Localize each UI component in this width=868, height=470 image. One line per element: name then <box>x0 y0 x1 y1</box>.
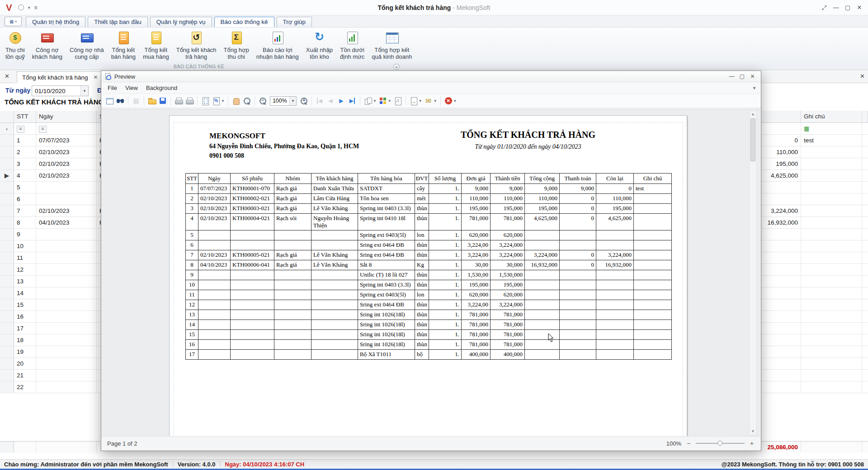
close-panel-icon[interactable]: ✕ <box>860 73 865 80</box>
export-icon <box>409 96 418 105</box>
hand-tool-icon <box>231 96 241 105</box>
export-button[interactable]: ▼ <box>409 96 423 106</box>
close-tab-icon[interactable]: ✕ <box>94 74 98 80</box>
ribbon-button-ton-duoi-dinh-muc[interactable]: Tồn dướiđịnh mức <box>336 28 368 63</box>
application-menu-button[interactable]: ▦▾ <box>5 17 22 26</box>
chevron-down-icon[interactable]: ▾ <box>28 5 30 10</box>
fullscreen-button[interactable]: ⤢ <box>818 2 830 13</box>
menu-item-file[interactable]: File <box>104 83 121 93</box>
open-button[interactable] <box>147 96 157 106</box>
welcome-text: Chào mừng: Administrator đến với phần mề… <box>4 461 168 468</box>
scale-button[interactable]: ▼ <box>211 96 225 106</box>
maximize-button[interactable]: ▢ <box>842 2 854 13</box>
scrollbar-thumb[interactable] <box>750 118 755 161</box>
chevron-down-icon[interactable]: ▼ <box>752 86 756 90</box>
zoom-out-icon[interactable]: − <box>685 440 692 447</box>
watermark-button[interactable] <box>393 96 403 106</box>
column-header-ghichu[interactable]: Ghi chú <box>801 111 862 122</box>
ribbon-collapse-icon[interactable]: ▴ <box>393 64 400 70</box>
last-page-button[interactable] <box>347 96 357 106</box>
column-header-conlai[interactable] <box>760 111 801 122</box>
scroll-up-icon[interactable]: ▲ <box>750 111 756 118</box>
thumbnails-button[interactable] <box>131 96 141 106</box>
close-document-icon[interactable]: ✕ <box>5 73 9 80</box>
page-indicator: Page 1 of 2 <box>107 440 137 447</box>
preview-maximize-button[interactable]: ▢ <box>737 72 747 81</box>
ribbon-button-cong-no-khach-hang[interactable]: Công nợkhách hàng <box>28 28 66 63</box>
cycle-icon <box>312 30 326 45</box>
chevron-down-icon[interactable]: ▼ <box>80 86 88 96</box>
page-setup-button[interactable] <box>200 96 210 106</box>
report-row: 5Spring ext 0403(5l)lon1.620,000620,000 <box>186 230 672 240</box>
exit-button[interactable]: ▼ <box>443 96 458 106</box>
magnifier-button[interactable] <box>242 96 252 106</box>
zoom-slider-thumb[interactable] <box>717 441 722 446</box>
filter-cell-stt[interactable]: = <box>14 123 36 134</box>
ribbon-button-tong-ket-khach-tra-hang[interactable]: Tổng kết kháchtrả hàng <box>173 28 220 63</box>
copyright-text: @2023 MekongSoft. Thông tin hỗ trợ: 0901… <box>722 461 864 468</box>
menu-item-view[interactable]: View <box>121 83 142 93</box>
save-button[interactable] <box>158 96 168 106</box>
customize-toolbar-icon[interactable]: ≡ <box>34 5 37 11</box>
ribbon-tab-quan-tri-he-thong[interactable]: Quản trị hệ thống <box>26 17 85 27</box>
ribbon-button-thu-chi-ton-quy[interactable]: Thu chitồn quỹ <box>2 28 28 63</box>
chevron-down-icon[interactable]: ▼ <box>289 97 296 105</box>
menu-item-background[interactable]: Background <box>142 83 181 93</box>
ribbon-button-cong-no-nha-cung-cap[interactable]: Công nợ nhàcung cấp <box>66 28 108 63</box>
from-date-label: Từ ngày <box>5 87 30 94</box>
filter-operator-icon[interactable]: = <box>17 126 24 133</box>
quick-print-button[interactable] <box>184 96 194 106</box>
from-date-input[interactable]: 01/10/2020 ▼ <box>32 85 89 96</box>
zoom-level-combo[interactable]: 100%▼ <box>270 96 297 106</box>
preview-minimize-button[interactable]: — <box>726 72 737 81</box>
page-color-button[interactable]: ▼ <box>378 96 392 106</box>
ribbon-button-tong-hop-thu-chi[interactable]: Tổng hợpthu chi <box>220 28 253 63</box>
next-page-icon <box>337 96 346 105</box>
zoom-slider[interactable] <box>696 443 745 444</box>
filter-cell-ngay[interactable]: = <box>36 123 97 134</box>
ribbon-button-tong-ket-ban-hang[interactable]: Tổng kếtbán hàng <box>108 28 139 63</box>
scroll-down-icon[interactable]: ▼ <box>750 428 756 435</box>
preview-menubar: FileViewBackground▼ <box>101 82 761 94</box>
preview-icon <box>104 73 111 80</box>
zoom-in-icon[interactable]: + <box>749 440 755 447</box>
ribbon-tab-quan-ly-nghiep-vu[interactable]: Quản lý nghiệp vụ <box>150 17 212 27</box>
window-title: Tổng kết khách trả hàng - MekongSoft <box>0 4 868 11</box>
multi-page-button[interactable]: ▼ <box>363 96 377 106</box>
column-header-ngay[interactable]: Ngày <box>36 111 97 122</box>
preview-titlebar[interactable]: Preview — ▢ ✕ <box>101 71 761 82</box>
close-button[interactable]: ✕ <box>854 2 865 13</box>
zoom-out-button[interactable] <box>258 96 268 106</box>
filter-cell-ghichu[interactable]: ▦ <box>801 123 862 134</box>
report-row: 16Sring int 1026(18l)thùn1.781,000781,00… <box>186 339 672 349</box>
filter-operator-icon[interactable]: = <box>39 126 47 133</box>
toolbar-separator <box>360 96 360 105</box>
titlebar: V ▾ ≡ Tổng kết khách trả hàng - MekongSo… <box>0 0 868 15</box>
customize-button[interactable] <box>104 96 114 106</box>
date-time-text: Ngày: 04/10/2023 4:16:07 CH <box>225 461 305 468</box>
preview-close-button[interactable]: ✕ <box>747 72 758 81</box>
next-page-button[interactable] <box>336 96 346 106</box>
prev-page-button[interactable] <box>326 96 335 106</box>
preview-vertical-scrollbar[interactable]: ▲ ▼ <box>749 110 757 435</box>
ribbon-tab-bao-cao-thong-ke[interactable]: Báo cáo thống kê <box>214 17 274 27</box>
quick-access-button-icon[interactable] <box>18 5 24 10</box>
hand-tool-button[interactable] <box>231 96 241 106</box>
document-tab[interactable]: Tổng kết khách trả hàng ✕ <box>17 71 104 83</box>
first-page-button[interactable] <box>315 96 325 106</box>
ribbon-button-tong-ket-mua-hang[interactable]: Tổng kếtmua hàng <box>139 28 173 63</box>
ribbon-button-tong-hop-ket-qua-kinh-doanh[interactable]: Tổng hợp kếtquả kinh doanh <box>368 28 415 63</box>
scale-icon <box>212 96 221 105</box>
minimize-button[interactable]: — <box>830 2 842 13</box>
ribbon-tab-tro-giup[interactable]: Trợ giúp <box>277 17 312 27</box>
ribbon-button-xuat-nhap-ton-kho[interactable]: Xuất nhậptồn kho <box>302 28 336 63</box>
zoom-in-button[interactable] <box>299 96 309 106</box>
report-row: 12Sring ext 0464 ĐBthùn1.3,224,003,224,0… <box>186 300 672 310</box>
ribbon-button-bao-cao-loi-nhuan-ban-hang[interactable]: Báo cáo lợinhuận bán hàng <box>253 28 302 63</box>
email-button[interactable]: ▼ <box>424 96 438 106</box>
search-button[interactable] <box>115 96 125 106</box>
profit-icon <box>270 30 285 45</box>
ribbon-tab-thiet-lap-ban-dau[interactable]: Thiết lập ban đầu <box>88 17 147 27</box>
print-button[interactable] <box>174 96 184 106</box>
column-header-stt[interactable]: STT <box>14 111 36 122</box>
